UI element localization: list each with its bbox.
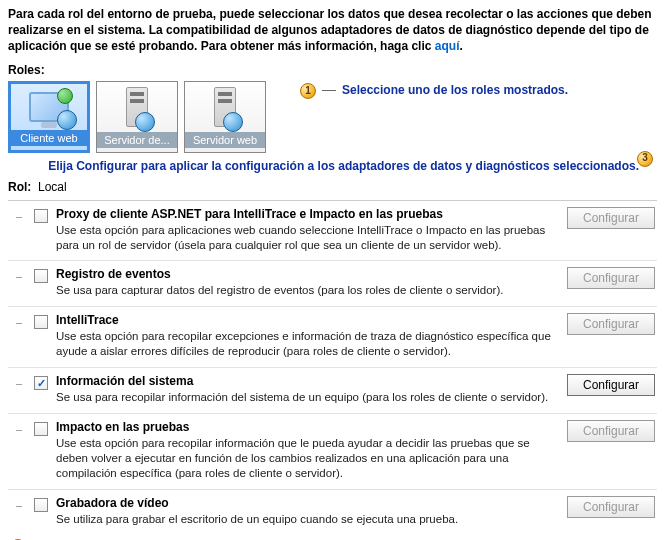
tree-dash-icon: – (16, 420, 26, 435)
adapter-checkbox[interactable] (34, 498, 48, 512)
callout-1: 1 Seleccione uno de los roles mostrados. (300, 83, 568, 99)
adapter-desc: Use esta opción para recopilar informaci… (56, 436, 555, 481)
adapter-checkbox[interactable] (34, 315, 48, 329)
configure-button: Configurar (567, 420, 655, 442)
rol-value: Local (38, 180, 67, 194)
adapter-checkbox[interactable] (34, 376, 48, 390)
intro-after: . (459, 39, 462, 53)
adapter-row: –Proxy de cliente ASP.NET para IntelliTr… (8, 201, 657, 262)
adapter-row: –Registro de eventosSe usa para capturar… (8, 261, 657, 307)
tree-dash-icon: – (16, 313, 26, 328)
role-label: Cliente web (11, 130, 87, 146)
tree-dash-icon: – (16, 496, 26, 511)
adapter-checkbox[interactable] (34, 422, 48, 436)
role-card-2[interactable]: Servidor web (184, 81, 266, 153)
callout-3: Elija Configurar para aplicar la configu… (8, 159, 639, 174)
tree-dash-icon: – (16, 267, 26, 282)
adapter-row: –Grabadora de vídeoSe utiliza para graba… (8, 490, 657, 535)
adapter-row: –IntelliTraceUse esta opción para recopi… (8, 307, 657, 368)
adapter-title: Impacto en las pruebas (56, 420, 555, 434)
adapter-checkbox[interactable] (34, 269, 48, 283)
callout-badge-3: 3 (637, 151, 653, 167)
configure-button: Configurar (567, 313, 655, 335)
adapter-desc: Se usa para recopilar información del si… (56, 390, 555, 405)
adapter-checkbox[interactable] (34, 209, 48, 223)
adapter-desc: Use esta opción para recopilar excepcion… (56, 329, 555, 359)
tree-dash-icon: – (16, 207, 26, 222)
rol-row: Rol: Local (8, 180, 657, 194)
intro-link[interactable]: aquí (435, 39, 460, 53)
role-label: Servidor web (185, 132, 265, 148)
role-label: Servidor de... (97, 132, 177, 148)
configure-button: Configurar (567, 267, 655, 289)
callout-1-text: Seleccione uno de los roles mostrados. (342, 83, 568, 97)
monitor-icon (29, 92, 69, 122)
settings-panel: Para cada rol del entorno de prueba, pue… (0, 0, 665, 540)
adapters-list: –Proxy de cliente ASP.NET para IntelliTr… (8, 200, 657, 535)
role-card-1[interactable]: Servidor de... (96, 81, 178, 153)
configure-button[interactable]: Configurar (567, 374, 655, 396)
adapter-row: –Impacto en las pruebasUse esta opción p… (8, 414, 657, 490)
server-icon (214, 87, 236, 127)
adapter-title: Grabadora de vídeo (56, 496, 555, 510)
role-card-0[interactable]: Cliente web (8, 81, 90, 153)
adapter-desc: Se utiliza para grabar el escritorio de … (56, 512, 555, 527)
adapter-title: Registro de eventos (56, 267, 555, 281)
roles-row: Cliente webServidor de...Servidor web 1 … (8, 81, 657, 153)
configure-button: Configurar (567, 207, 655, 229)
intro-text: Para cada rol del entorno de prueba, pue… (8, 6, 657, 55)
adapter-title: Información del sistema (56, 374, 555, 388)
adapter-title: IntelliTrace (56, 313, 555, 327)
configure-button: Configurar (567, 496, 655, 518)
rol-label: Rol: (8, 180, 31, 194)
callout-badge-1: 1 (300, 83, 316, 99)
roles-label: Roles: (8, 63, 657, 77)
adapter-row: –Información del sistemaSe usa para reco… (8, 368, 657, 414)
server-icon (126, 87, 148, 127)
adapter-desc: Se usa para capturar datos del registro … (56, 283, 555, 298)
intro-before: Para cada rol del entorno de prueba, pue… (8, 7, 652, 53)
adapter-desc: Use esta opción para aplicaciones web cu… (56, 223, 555, 253)
status-dot-icon (57, 88, 73, 104)
tree-dash-icon: – (16, 374, 26, 389)
callout-3-text: Elija Configurar para aplicar la configu… (48, 159, 639, 173)
globe-icon (57, 110, 77, 130)
globe-icon (135, 112, 155, 132)
globe-icon (223, 112, 243, 132)
adapter-title: Proxy de cliente ASP.NET para IntelliTra… (56, 207, 555, 221)
